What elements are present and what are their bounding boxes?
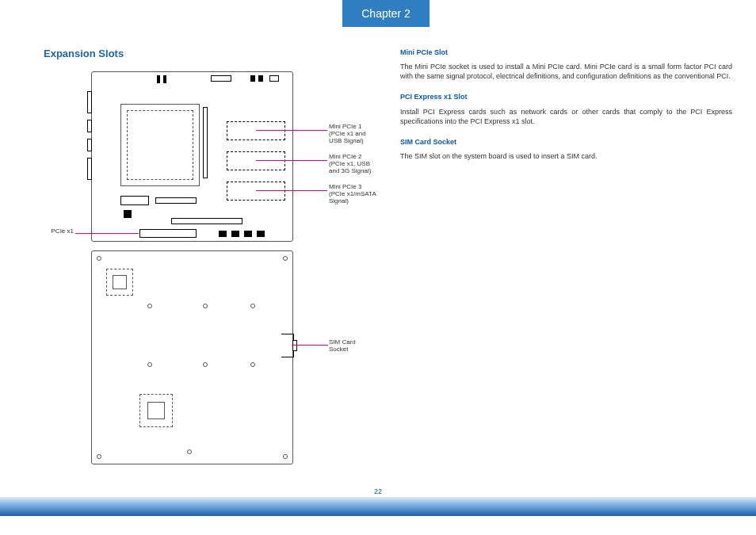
footer-bar	[0, 497, 756, 516]
footer-url: www.dfi.com	[688, 522, 732, 530]
section-title: Expansion Slots	[44, 48, 376, 59]
chapter-tab: Chapter 2	[342, 0, 430, 27]
mini-pcie-1-slot	[227, 121, 285, 140]
text-column: Mini PCIe Slot The Mini PCIe socket is u…	[400, 48, 732, 480]
label-pcie-x1: PCIe x1	[45, 228, 74, 235]
para-mini-pcie: The Mini PCIe socket is used to install …	[400, 62, 732, 81]
footer-chapter: Chapter 2 Hardware Installation	[44, 522, 155, 530]
label-mini-pcie-3: Mini PCIe 3 (PCIe x1/mSATA Signal)	[329, 184, 384, 204]
page-number: 22	[0, 487, 756, 495]
heading-mini-pcie: Mini PCIe Slot	[400, 48, 732, 57]
page-content: Expansion Slots	[44, 48, 732, 480]
para-pcie-x1: Install PCI Express cards such as networ…	[400, 107, 732, 126]
diagram-column: Expansion Slots	[44, 48, 376, 480]
para-sim: The SIM slot on the system board is used…	[400, 151, 732, 161]
heading-pcie-x1: PCI Express x1 Slot	[400, 92, 732, 101]
pcie-x1-slot	[139, 229, 197, 238]
label-sim-socket: SIM Card Socket	[329, 339, 384, 353]
label-mini-pcie-1: Mini PCIe 1 (PCIe x1 and USB Signal)	[329, 124, 384, 144]
board-bottom-diagram	[91, 250, 293, 464]
mini-pcie-2-slot	[227, 151, 285, 170]
mini-pcie-3-slot	[227, 182, 285, 201]
board-top-diagram	[91, 71, 293, 242]
heading-sim: SIM Card Socket	[400, 137, 732, 147]
label-mini-pcie-2: Mini PCIe 2 (PCIe x1, USB and 3G Signal)	[329, 154, 384, 174]
